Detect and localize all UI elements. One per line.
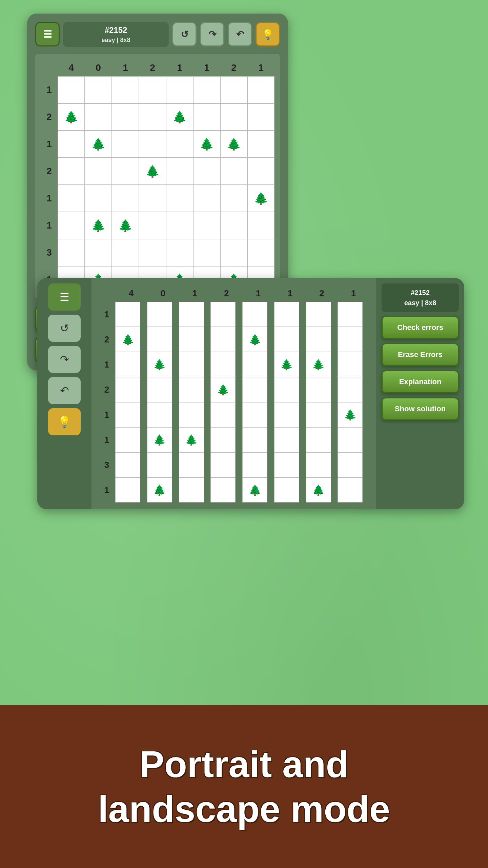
cell-4-8[interactable]: [247, 158, 274, 185]
l-cell-6-7[interactable]: [306, 427, 331, 452]
l-cell-7-6[interactable]: [274, 452, 299, 477]
l-cell-8-7[interactable]: 🌲: [306, 477, 331, 502]
landscape-refresh-button[interactable]: ↺: [48, 315, 81, 342]
cell-4-5[interactable]: [166, 158, 193, 185]
l-cell-3-4[interactable]: [210, 352, 236, 377]
l-cell-3-6[interactable]: 🌲: [274, 352, 299, 377]
l-cell-4-4[interactable]: 🌲: [210, 377, 236, 402]
l-cell-6-5[interactable]: [242, 427, 267, 452]
l-cell-1-5[interactable]: [242, 302, 267, 327]
cell-1-1[interactable]: [58, 76, 85, 103]
cell-7-4[interactable]: [139, 239, 166, 266]
l-cell-7-5[interactable]: [242, 452, 267, 477]
l-cell-4-6[interactable]: [274, 377, 299, 402]
l-cell-1-7[interactable]: [306, 302, 331, 327]
l-cell-8-1[interactable]: [115, 477, 140, 502]
l-cell-5-1[interactable]: [115, 402, 140, 427]
l-cell-4-7[interactable]: [306, 377, 331, 402]
l-cell-1-1[interactable]: [115, 302, 140, 327]
cell-3-7[interactable]: 🌲: [220, 131, 247, 158]
l-cell-6-1[interactable]: [115, 427, 140, 452]
l-cell-5-6[interactable]: [274, 402, 299, 427]
cell-2-4[interactable]: [139, 103, 166, 131]
cell-1-7[interactable]: [220, 76, 247, 103]
l-cell-1-4[interactable]: [210, 302, 236, 327]
cell-7-1[interactable]: [58, 239, 85, 266]
l-cell-8-5[interactable]: 🌲: [242, 477, 267, 502]
l-cell-3-8[interactable]: [338, 352, 363, 377]
l-cell-8-2[interactable]: 🌲: [147, 477, 172, 502]
cell-2-7[interactable]: [220, 103, 247, 131]
cell-3-2[interactable]: 🌲: [85, 131, 112, 158]
cell-4-1[interactable]: [58, 158, 85, 185]
l-cell-6-6[interactable]: [274, 427, 299, 452]
cell-5-3[interactable]: [112, 185, 139, 212]
cell-5-1[interactable]: [58, 185, 85, 212]
landscape-explanation-button[interactable]: Explanation: [382, 370, 459, 393]
landscape-check-errors-button[interactable]: Check errors: [382, 316, 459, 339]
l-cell-4-1[interactable]: [115, 377, 140, 402]
cell-6-4[interactable]: [139, 212, 166, 239]
refresh-button[interactable]: ↺: [172, 22, 197, 46]
landscape-hint-button[interactable]: 💡: [48, 408, 81, 435]
cell-2-6[interactable]: [193, 103, 220, 131]
landscape-menu-button[interactable]: ☰: [48, 283, 81, 311]
l-cell-6-2[interactable]: 🌲: [147, 427, 172, 452]
l-cell-2-1[interactable]: 🌲: [115, 327, 140, 352]
l-cell-6-8[interactable]: [338, 427, 363, 452]
l-cell-1-2[interactable]: [147, 302, 172, 327]
l-cell-1-6[interactable]: [274, 302, 299, 327]
cell-5-4[interactable]: [139, 185, 166, 212]
l-cell-4-3[interactable]: [179, 377, 204, 402]
l-cell-3-1[interactable]: [115, 352, 140, 377]
cell-7-7[interactable]: [220, 239, 247, 266]
cell-3-5[interactable]: [166, 131, 193, 158]
cell-2-2[interactable]: [85, 103, 112, 131]
cell-2-5[interactable]: 🌲: [166, 103, 193, 131]
cell-6-1[interactable]: [58, 212, 85, 239]
landscape-show-solution-button[interactable]: Show solution: [382, 397, 459, 420]
undo-button[interactable]: ↶: [228, 22, 252, 46]
l-cell-4-8[interactable]: [338, 377, 363, 402]
cell-7-6[interactable]: [193, 239, 220, 266]
l-cell-6-4[interactable]: [210, 427, 236, 452]
cell-5-6[interactable]: [193, 185, 220, 212]
cell-1-3[interactable]: [112, 76, 139, 103]
cell-6-6[interactable]: [193, 212, 220, 239]
cell-1-6[interactable]: [193, 76, 220, 103]
cell-5-7[interactable]: [220, 185, 247, 212]
menu-button[interactable]: ☰: [35, 22, 60, 46]
cell-2-1[interactable]: 🌲: [58, 103, 85, 131]
l-cell-8-4[interactable]: [210, 477, 236, 502]
l-cell-2-8[interactable]: [338, 327, 363, 352]
cell-4-2[interactable]: [85, 158, 112, 185]
cell-6-7[interactable]: [220, 212, 247, 239]
cell-2-8[interactable]: [247, 103, 274, 131]
cell-3-8[interactable]: [247, 131, 274, 158]
l-cell-2-2[interactable]: [147, 327, 172, 352]
landscape-erase-errors-button[interactable]: Erase Errors: [382, 343, 459, 366]
l-cell-3-7[interactable]: 🌲: [306, 352, 331, 377]
l-cell-8-3[interactable]: [179, 477, 204, 502]
l-cell-1-8[interactable]: [338, 302, 363, 327]
cell-4-4[interactable]: 🌲: [139, 158, 166, 185]
l-cell-8-6[interactable]: [274, 477, 299, 502]
l-cell-7-2[interactable]: [147, 452, 172, 477]
l-cell-5-4[interactable]: [210, 402, 236, 427]
l-cell-7-3[interactable]: [179, 452, 204, 477]
l-cell-5-3[interactable]: [179, 402, 204, 427]
cell-1-8[interactable]: [247, 76, 274, 103]
cell-5-5[interactable]: [166, 185, 193, 212]
cell-6-8[interactable]: [247, 212, 274, 239]
l-cell-2-5[interactable]: 🌲: [242, 327, 267, 352]
cell-4-6[interactable]: [193, 158, 220, 185]
landscape-undo-button[interactable]: ↶: [48, 377, 81, 404]
cell-3-3[interactable]: [112, 131, 139, 158]
cell-7-3[interactable]: [112, 239, 139, 266]
l-cell-2-4[interactable]: [210, 327, 236, 352]
cell-3-6[interactable]: 🌲: [193, 131, 220, 158]
forward-button[interactable]: ↷: [200, 22, 224, 46]
cell-1-5[interactable]: [166, 76, 193, 103]
l-cell-2-7[interactable]: [306, 327, 331, 352]
cell-7-2[interactable]: [85, 239, 112, 266]
